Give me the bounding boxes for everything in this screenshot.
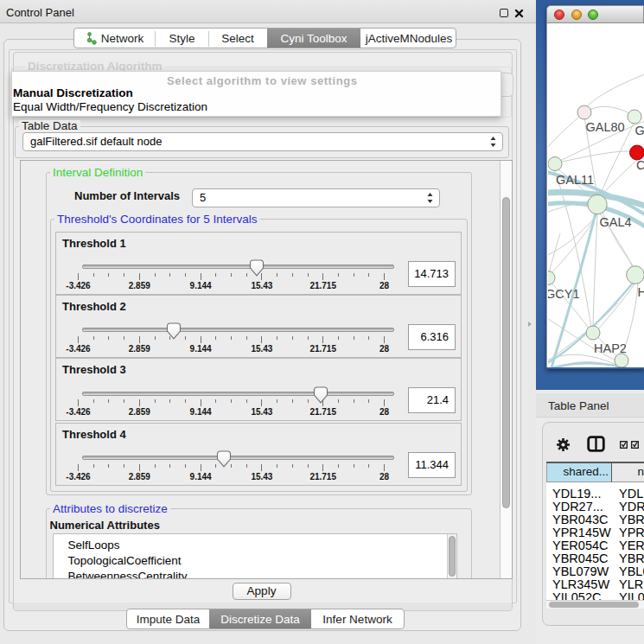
svg-text:GAL7: GAL7 <box>635 124 644 137</box>
svg-text:C: C <box>636 158 644 172</box>
svg-text:GAL80: GAL80 <box>586 120 625 134</box>
svg-text:HAP2: HAP2 <box>594 341 627 355</box>
svg-text:GCY1: GCY1 <box>548 287 580 301</box>
svg-text:GAL11: GAL11 <box>556 173 594 187</box>
svg-text:GAL4: GAL4 <box>600 215 632 229</box>
svg-text:H: H <box>638 285 644 299</box>
